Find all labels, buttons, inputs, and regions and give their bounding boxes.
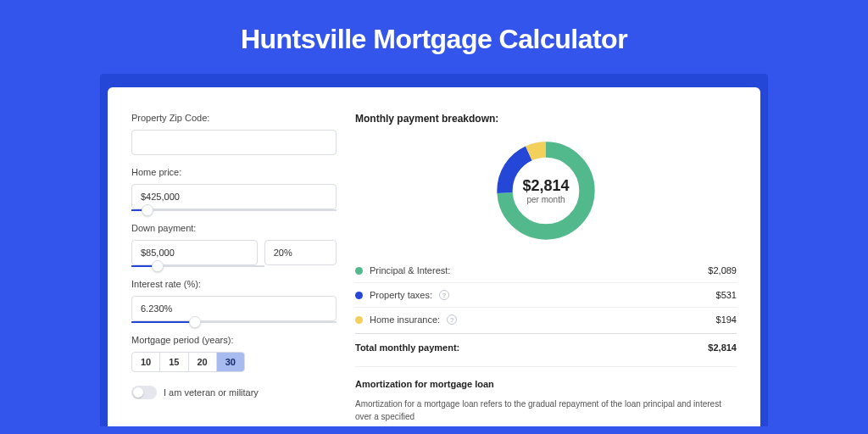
total-value: $2,814 bbox=[708, 342, 737, 353]
interest-rate-input[interactable] bbox=[131, 296, 337, 321]
amortization-text: Amortization for a mortgage loan refers … bbox=[355, 398, 737, 423]
period-group: Mortgage period (years): 10152030 bbox=[131, 335, 337, 372]
breakdown-column: Monthly payment breakdown: $2,814 per mo… bbox=[355, 113, 737, 426]
donut-wrap: $2,814 per month bbox=[355, 136, 737, 245]
donut-chart: $2,814 per month bbox=[492, 136, 600, 245]
down-payment-pct-input[interactable] bbox=[264, 240, 337, 265]
home-price-label: Home price: bbox=[131, 167, 337, 177]
calculator-card: Property Zip Code: Home price: Down paym… bbox=[108, 87, 760, 426]
legend-dot bbox=[355, 267, 363, 275]
legend-dot bbox=[355, 292, 363, 299]
down-payment-input[interactable] bbox=[131, 240, 258, 265]
donut-sub: per month bbox=[526, 195, 565, 204]
veteran-toggle[interactable] bbox=[131, 386, 157, 399]
legend-left: Home insurance:? bbox=[355, 314, 457, 325]
total-label: Total monthly payment: bbox=[355, 342, 459, 353]
legend-value: $2,089 bbox=[708, 265, 737, 275]
home-price-slider[interactable] bbox=[131, 209, 337, 211]
interest-rate-group: Interest rate (%): bbox=[131, 279, 337, 323]
legend-dot bbox=[355, 316, 363, 324]
info-icon[interactable]: ? bbox=[447, 314, 457, 325]
down-payment-group: Down payment: bbox=[131, 223, 337, 267]
legend-value: $531 bbox=[716, 290, 737, 300]
donut-value: $2,814 bbox=[522, 177, 569, 195]
veteran-row: I am veteran or military bbox=[131, 386, 337, 399]
period-label: Mortgage period (years): bbox=[131, 335, 337, 345]
period-tab-15[interactable]: 15 bbox=[160, 353, 188, 371]
amortization-title: Amortization for mortgage loan bbox=[355, 379, 737, 389]
donut-center: $2,814 per month bbox=[492, 136, 600, 245]
home-price-input[interactable] bbox=[131, 184, 337, 209]
down-payment-slider-thumb[interactable] bbox=[152, 260, 164, 272]
amortization-section: Amortization for mortgage loan Amortizat… bbox=[355, 366, 737, 423]
legend-label: Property taxes: bbox=[370, 290, 432, 300]
legend-row: Home insurance:?$194 bbox=[355, 308, 737, 331]
period-tab-20[interactable]: 20 bbox=[189, 353, 217, 371]
legend-row: Principal & Interest:$2,089 bbox=[355, 259, 737, 283]
legend-value: $194 bbox=[716, 314, 737, 325]
info-icon[interactable]: ? bbox=[439, 290, 449, 300]
period-tabs: 10152030 bbox=[131, 352, 245, 372]
interest-rate-slider-thumb[interactable] bbox=[189, 316, 201, 328]
period-tab-10[interactable]: 10 bbox=[132, 353, 160, 371]
down-payment-slider[interactable] bbox=[131, 265, 264, 267]
interest-rate-label: Interest rate (%): bbox=[131, 279, 337, 289]
legend-label: Home insurance: bbox=[370, 314, 440, 325]
home-price-group: Home price: bbox=[131, 167, 337, 211]
period-tab-30[interactable]: 30 bbox=[217, 353, 244, 371]
zip-label: Property Zip Code: bbox=[131, 113, 337, 123]
veteran-label: I am veteran or military bbox=[164, 387, 259, 398]
legend-list: Principal & Interest:$2,089Property taxe… bbox=[355, 259, 737, 331]
zip-field-group: Property Zip Code: bbox=[131, 113, 337, 155]
total-row: Total monthly payment: $2,814 bbox=[355, 333, 737, 366]
interest-rate-slider[interactable] bbox=[131, 321, 337, 323]
legend-row: Property taxes:?$531 bbox=[355, 283, 737, 308]
interest-rate-slider-fill bbox=[131, 321, 195, 323]
legend-left: Property taxes:? bbox=[355, 290, 449, 300]
home-price-slider-thumb[interactable] bbox=[142, 204, 153, 216]
zip-input[interactable] bbox=[131, 130, 337, 155]
legend-left: Principal & Interest: bbox=[355, 265, 450, 275]
outer-band: Property Zip Code: Home price: Down paym… bbox=[100, 74, 768, 426]
form-column: Property Zip Code: Home price: Down paym… bbox=[131, 113, 337, 426]
breakdown-heading: Monthly payment breakdown: bbox=[355, 113, 737, 125]
down-payment-label: Down payment: bbox=[131, 223, 337, 233]
legend-label: Principal & Interest: bbox=[370, 265, 450, 275]
page-title: Huntsville Mortgage Calculator bbox=[0, 0, 868, 74]
